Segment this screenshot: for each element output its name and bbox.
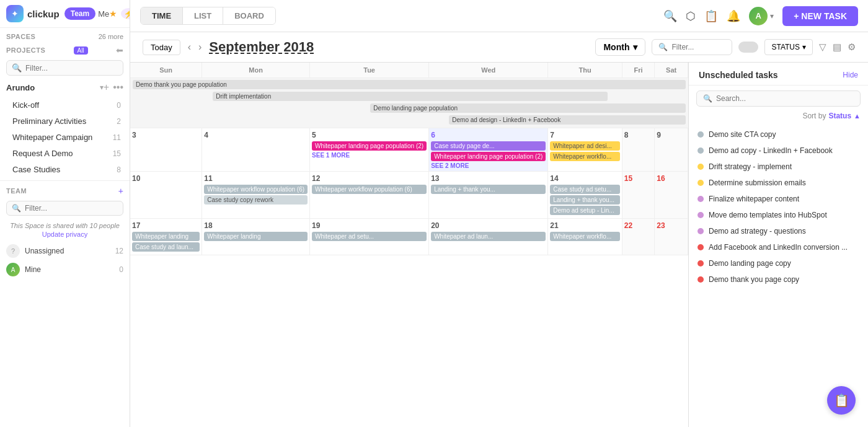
add-project-icon[interactable]: + (104, 82, 109, 93)
star-icon[interactable]: ★ (109, 9, 117, 19)
project-item-demo[interactable]: Request A Demo 15 (2, 146, 127, 161)
member-mine[interactable]: A Mine 0 (0, 260, 130, 279)
cell-18[interactable]: 18 Whitepaper landing (202, 219, 310, 255)
user-avatar[interactable]: A (749, 7, 768, 25)
cell-16[interactable]: 16 (655, 172, 688, 219)
search-icon[interactable]: 🔍 (663, 9, 677, 23)
task-list-item[interactable]: Demo landing page copy (689, 255, 868, 271)
task-list-item[interactable]: Drift strategy - implement (689, 159, 868, 175)
next-arrow[interactable]: › (198, 42, 202, 53)
projects-filter-input[interactable] (25, 64, 118, 73)
project-item-casestudies[interactable]: Case Studies 8 (2, 162, 127, 177)
cell-20[interactable]: 20 Whitepaper ad laun... (429, 219, 548, 255)
task-bar-landing-thanks-14[interactable]: Landing + thank you... (550, 195, 619, 205)
project-item-kickoff[interactable]: Kick-off 0 (2, 97, 127, 113)
cell-14[interactable]: 14 Case study ad setu... Landing + thank… (548, 172, 622, 219)
task-bar-case-study-copy[interactable]: Case study copy rework (204, 195, 308, 205)
calendar-filter-box[interactable]: 🔍 (652, 39, 732, 55)
project-item-preliminary[interactable]: Preliminary Activities 2 (2, 113, 127, 129)
today-button[interactable]: Today (143, 40, 180, 55)
cell-9[interactable]: 9 (655, 128, 688, 172)
task-bar-whitepaper-workflo[interactable]: Whitepaper workflo... (550, 152, 619, 161)
cell-8[interactable]: 8 (622, 128, 654, 172)
team-filter-input[interactable] (25, 204, 118, 213)
tab-list[interactable]: LIST (183, 7, 223, 24)
layout-icon[interactable]: ▤ (833, 42, 841, 53)
hide-link[interactable]: Hide (843, 71, 858, 79)
spanning-task-drift[interactable]: Drift implementation (213, 92, 608, 101)
team-badge[interactable]: Team (64, 7, 95, 20)
cell-17[interactable]: 17 Whitepaper landing Case study ad laun… (130, 219, 202, 255)
task-bar-whitepaper-workflow-12[interactable]: Whitepaper workflow population (6) (312, 185, 427, 194)
task-bar-case-study-page[interactable]: Case study page de... (431, 141, 546, 151)
tab-time[interactable]: TIME (141, 7, 183, 24)
task-bar-case-study-ad-launch[interactable]: Case study ad laun... (132, 242, 200, 252)
prev-arrow[interactable]: ‹ (188, 42, 191, 53)
projects-filter-box[interactable]: 🔍 (6, 60, 123, 76)
member-unassigned[interactable]: ? Unassigned 12 (0, 242, 130, 260)
cell-6[interactable]: 6 Case study page de... Whitepaper landi… (429, 128, 548, 172)
cell-19[interactable]: 19 Whitepaper ad setu... (310, 219, 429, 255)
task-bar-landing-thanks-13[interactable]: Landing + thank you... (431, 185, 546, 194)
task-bar-whitepaper-landing-18[interactable]: Whitepaper landing (204, 232, 308, 241)
task-bar-whitepaper-landing[interactable]: Whitepaper landing page population (2) (312, 141, 427, 151)
cell-10[interactable]: 10 (130, 172, 202, 219)
more-options-icon[interactable]: ••• (113, 82, 123, 93)
cell-11[interactable]: 11 Whitepaper workflow population (6) Ca… (202, 172, 310, 219)
new-task-button[interactable]: + NEW TASK (782, 6, 858, 26)
task-list-item[interactable]: Add Facebook and LinkedIn conversion ... (689, 239, 868, 255)
panel-search-input[interactable] (716, 94, 854, 103)
cell-21[interactable]: 21 Whitepaper workflo... (548, 219, 622, 255)
filter-icon[interactable]: ▽ (819, 42, 826, 53)
arundo-header[interactable]: Arundo ▾ + ••• (0, 78, 130, 97)
task-list-item[interactable]: Demo thank you page copy (689, 271, 868, 288)
task-bar-whitepaper-landing-17[interactable]: Whitepaper landing (132, 232, 200, 241)
cell-23[interactable]: 23 (655, 219, 688, 255)
task-bar-case-study-ad-setup[interactable]: Case study ad setu... (550, 185, 619, 194)
see-2-more[interactable]: SEE 2 MORE (431, 162, 546, 169)
settings-icon[interactable]: ⚙ (848, 42, 856, 53)
task-list-item[interactable]: Finalize whitepaper content (689, 191, 868, 207)
clipboard-icon[interactable]: 📋 (704, 9, 718, 23)
all-badge[interactable]: All (74, 46, 88, 55)
sort-arrow[interactable]: ▲ (854, 112, 861, 120)
task-list-item[interactable]: Determine submission emails (689, 175, 868, 191)
task-bar-whitepaper-landing2[interactable]: Whitepaper landing page population (2) (431, 152, 546, 161)
chevron-down-icon[interactable]: ▾ (770, 12, 774, 20)
task-list-item[interactable]: Demo ad copy - LinkedIn + Facebook (689, 143, 868, 159)
task-bar-whitepaper-ad-desi[interactable]: Whitepaper ad desi... (550, 141, 619, 151)
calendar-filter-input[interactable] (671, 43, 725, 51)
task-list-item[interactable]: Demo site CTA copy (689, 126, 868, 143)
toggle-track[interactable] (738, 42, 758, 53)
bell-icon[interactable]: 🔔 (727, 9, 740, 23)
task-list-item[interactable]: Demo ad strategy - questions (689, 223, 868, 239)
status-button[interactable]: STATUS ▾ (764, 39, 813, 55)
spanning-task-demo-landing[interactable]: Demo landing page population (370, 103, 685, 113)
task-bar-whitepaper-ad-launch[interactable]: Whitepaper ad laun... (431, 232, 546, 241)
spanning-task-demo-ad[interactable]: Demo ad design - LinkedIn + Facebook (449, 115, 685, 125)
cell-4[interactable]: 4 (202, 128, 310, 172)
cell-22[interactable]: 22 (622, 219, 654, 255)
spaces-more[interactable]: 26 more (99, 33, 123, 40)
tab-board[interactable]: BOARD (223, 7, 275, 24)
month-selector[interactable]: Month ▾ (595, 38, 645, 56)
panel-search[interactable]: 🔍 (696, 90, 861, 107)
task-list-item[interactable]: Move demo templates into HubSpot (689, 207, 868, 223)
fab-button[interactable]: 📋 (827, 386, 856, 415)
task-bar-whitepaper-workflow-6[interactable]: Whitepaper workflow population (6) (204, 185, 308, 194)
spanning-task-demo-ty[interactable]: Demo thank you page population (133, 80, 686, 89)
bolt-icon[interactable]: ⚡ (121, 8, 130, 19)
sort-status-button[interactable]: Status (828, 112, 851, 120)
cell-3[interactable]: 3 (130, 128, 202, 172)
add-team-icon[interactable]: + (118, 186, 123, 196)
clickup-logo[interactable]: ✦ (6, 5, 24, 22)
cell-12[interactable]: 12 Whitepaper workflow population (6) (310, 172, 429, 219)
team-filter-box[interactable]: 🔍 (6, 201, 123, 216)
see-1-more[interactable]: SEE 1 MORE (312, 152, 427, 159)
project-item-whitepaper[interactable]: Whitepaper Campaign 11 (2, 130, 127, 145)
task-bar-whitepaper-ad-setup[interactable]: Whitepaper ad setu... (312, 232, 427, 241)
task-bar-demo-ad-setup[interactable]: Demo ad setup - Lin... (550, 206, 619, 215)
cell-7[interactable]: 7 Whitepaper ad desi... Whitepaper workf… (548, 128, 622, 172)
update-privacy-link[interactable]: Update privacy (0, 231, 130, 242)
collapse-icon[interactable]: ⬅ (116, 45, 123, 55)
